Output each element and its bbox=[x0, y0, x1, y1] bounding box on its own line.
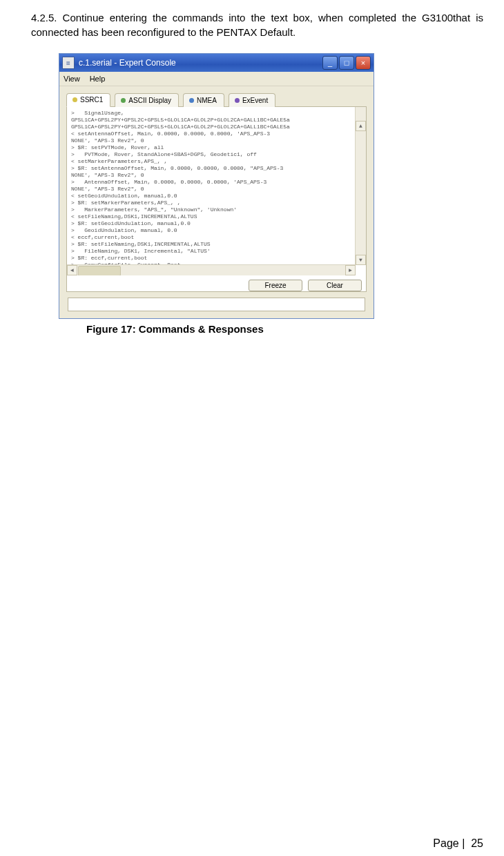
scroll-thumb[interactable] bbox=[78, 266, 121, 275]
console-output[interactable]: > SignalUsage, GPSL1CA+GPSL2PY+GPSL2C+GP… bbox=[67, 107, 366, 275]
menu-help[interactable]: Help bbox=[90, 75, 106, 83]
tab-nmea[interactable]: NMEA bbox=[183, 93, 224, 107]
scroll-down-icon[interactable]: ▼ bbox=[356, 255, 366, 265]
expert-console-window: ≡ c.1.serial - Expert Console _ □ × View… bbox=[59, 53, 374, 319]
scroll-up-icon[interactable]: ▲ bbox=[356, 121, 366, 131]
app-icon: ≡ bbox=[62, 57, 75, 69]
horizontal-scrollbar[interactable]: ◄ ► bbox=[67, 264, 356, 275]
close-button[interactable]: × bbox=[356, 56, 371, 70]
tab-bullet-icon bbox=[121, 98, 126, 103]
window-titlebar[interactable]: ≡ c.1.serial - Expert Console _ □ × bbox=[59, 54, 374, 72]
maximize-button[interactable]: □ bbox=[339, 56, 354, 70]
figure-caption: Figure 17: Commands & Responses bbox=[86, 323, 483, 335]
tab-strip: SSRC1ASCII DisplayNMEAExEvent bbox=[66, 93, 367, 107]
footer-page-number: 25 bbox=[471, 837, 483, 849]
footer-label: Page | bbox=[433, 837, 465, 849]
command-input[interactable] bbox=[68, 298, 365, 311]
scroll-right-icon[interactable]: ► bbox=[345, 265, 356, 275]
tab-bullet-icon bbox=[72, 97, 77, 102]
tab-bullet-icon bbox=[235, 98, 240, 103]
section-text: Continue entering the commands into the … bbox=[31, 12, 483, 38]
console-text: > SignalUsage, GPSL1CA+GPSL2PY+GPSL2C+GP… bbox=[71, 110, 365, 269]
tab-label: SSRC1 bbox=[80, 96, 103, 104]
vertical-scrollbar[interactable]: ▲ ▼ bbox=[355, 107, 366, 265]
clear-button[interactable]: Clear bbox=[308, 280, 362, 291]
section-number: 4.2.5. bbox=[31, 12, 57, 23]
freeze-button[interactable]: Freeze bbox=[249, 280, 302, 291]
page-footer: Page | 25 bbox=[433, 837, 483, 850]
window-title: c.1.serial - Expert Console bbox=[79, 58, 322, 68]
tab-exevent[interactable]: ExEvent bbox=[229, 93, 275, 107]
section-4-2-5: 4.2.5. Continue entering the commands in… bbox=[21, 10, 483, 39]
tab-label: NMEA bbox=[197, 97, 217, 104]
scroll-left-icon[interactable]: ◄ bbox=[67, 265, 77, 275]
menu-view[interactable]: View bbox=[64, 75, 80, 83]
tab-label: ExEvent bbox=[242, 97, 268, 104]
menu-bar: View Help bbox=[59, 72, 374, 86]
tab-ssrc1[interactable]: SSRC1 bbox=[66, 93, 110, 107]
minimize-button[interactable]: _ bbox=[322, 56, 338, 70]
tab-ascii-display[interactable]: ASCII Display bbox=[115, 93, 179, 107]
tab-bullet-icon bbox=[189, 98, 194, 103]
tab-label: ASCII Display bbox=[128, 97, 171, 104]
